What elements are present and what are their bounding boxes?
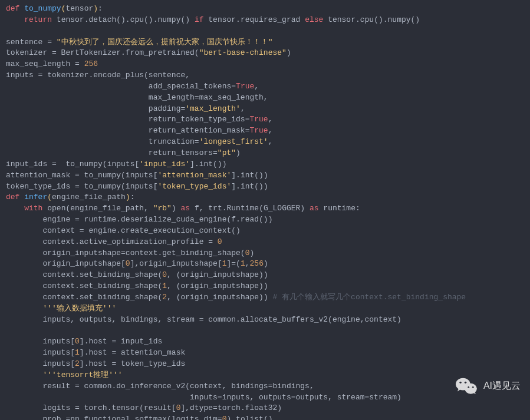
code-text: ].int()) [231, 182, 268, 191]
code-text: inputs = tokenizer.encode_plus(sentence, [6, 71, 190, 80]
code-text: input_ids = to_numpy(inputs[ [6, 160, 139, 168]
string-literal: 'longest_first' [199, 137, 268, 146]
function-name: infer [24, 193, 47, 201]
keyword-return: return [24, 15, 52, 24]
code-text: return_attention_mask= [6, 126, 249, 135]
number-literal: 1 [222, 259, 227, 268]
code-text: token_type_ids = to_numpy(inputs[ [6, 182, 157, 191]
keyword-with: with [24, 204, 42, 213]
boolean-literal: True [236, 82, 254, 91]
code-text: max_length=max_seq_length, [6, 93, 268, 102]
string-literal: "pt" [218, 148, 236, 157]
parameter: engine_file_path [52, 193, 126, 201]
code-text: ].host = attention_mask [80, 348, 185, 357]
docstring: '''tensorrt推理''' [42, 371, 122, 379]
code-text: padding= [6, 104, 185, 113]
code-text: origin_inputshape[ [6, 259, 126, 268]
svg-point-4 [468, 386, 469, 388]
code-text: ) [236, 148, 241, 157]
watermark: AI遇见云 [455, 376, 521, 395]
code-text: context.set_binding_shape( [6, 293, 162, 302]
boolean-literal: True [249, 126, 268, 135]
code-text: f, trt.Runtime(G_LOGGER) [190, 204, 310, 213]
paren-close: ) [93, 4, 98, 13]
code-text: origin_inputshape=context.get_binding_sh… [6, 249, 245, 257]
code-text: max_seq_length = [6, 59, 84, 68]
colon: : [98, 4, 103, 13]
code-editor[interactable]: def to_numpy(tensor): return tensor.deta… [6, 4, 524, 420]
code-text: ]=( [227, 259, 241, 268]
code-text: tensor.detach().cpu().numpy() [52, 15, 195, 24]
number-literal: 0 [75, 337, 80, 346]
code-text: attention_mask = to_numpy(inputs[ [6, 171, 157, 180]
keyword-def: def [6, 4, 19, 13]
code-text: ) [264, 259, 268, 268]
parameter: tensor [65, 4, 93, 13]
code-text: ].host = token_type_ids [80, 359, 185, 368]
code-line: result = common.do_inference_v2(context,… [6, 382, 314, 391]
code-text: context.active_optimization_profile = [6, 237, 218, 246]
code-text: inputs[ [6, 337, 75, 346]
code-line: inputs=inputs, outputs=outputs, stream=s… [6, 393, 401, 402]
code-text: context.set_binding_shape( [6, 282, 162, 290]
code-text: truncation= [6, 137, 199, 146]
keyword-as: as [310, 204, 319, 213]
comment: # 有几个输入就写几个context.set_binding_shape [273, 293, 466, 302]
code-text: add_special_tokens= [6, 82, 236, 91]
code-text: ).tolist() [226, 415, 272, 420]
code-text: inputs[ [6, 359, 75, 368]
code-text: ].host = input_ids [80, 337, 162, 346]
paren-open: ( [47, 193, 52, 201]
code-text: , (origin_inputshape)) [167, 282, 268, 290]
code-line: context = engine.create_execution_contex… [6, 226, 241, 235]
string-literal: 'input_ids' [139, 160, 190, 168]
code-text: return_tensors= [6, 148, 218, 157]
code-text: tensor.cpu().numpy() [323, 15, 420, 24]
code-text: inputs[ [6, 348, 75, 357]
paren-close: ) [126, 193, 130, 201]
code-line: engine = runtime.deserialize_cuda_engine… [6, 215, 272, 224]
code-text: open(engine_file_path, [42, 204, 153, 213]
number-literal: 1 [241, 259, 245, 268]
code-text: ],origin_inputshape[ [130, 259, 222, 268]
docstring: '''输入数据填充''' [42, 304, 116, 313]
code-text: , [268, 137, 273, 146]
keyword-if: if [195, 15, 204, 24]
code-text: ) [172, 204, 181, 213]
code-text: , [245, 259, 250, 268]
keyword-else: else [305, 15, 323, 24]
wechat-icon [455, 376, 478, 395]
number-literal: 256 [84, 59, 98, 68]
code-text: sentence = [6, 38, 57, 47]
number-literal: 2 [75, 359, 80, 368]
number-literal: 0 [218, 237, 222, 246]
svg-point-5 [472, 386, 474, 388]
number-literal: 0 [162, 270, 167, 279]
string-literal: "rb" [153, 204, 172, 213]
watermark-text: AI遇见云 [483, 379, 521, 392]
string-literal: 'token_type_ids' [157, 182, 231, 191]
number-literal: 0 [126, 259, 130, 268]
number-literal: 2 [162, 293, 167, 302]
colon: : [130, 193, 135, 201]
svg-point-3 [465, 383, 477, 394]
code-text: ],dtype=torch.float32) [180, 404, 282, 412]
code-text: tensor.requires_grad [203, 15, 305, 24]
code-text: , [241, 104, 245, 113]
string-literal: "中秋快到了，国庆还会远么，提前祝大家，国庆节快乐！！！" [57, 38, 273, 47]
code-line: inputs, outputs, bindings, stream = comm… [6, 315, 401, 324]
code-text: tokenizer = BertTokenizer.from_pretraine… [6, 48, 199, 57]
code-text: context.set_binding_shape( [6, 270, 162, 279]
string-literal: 'max_length' [185, 104, 241, 113]
number-literal: 1 [162, 282, 167, 290]
code-text: runtime: [319, 204, 360, 213]
code-text: , [268, 115, 273, 124]
code-text: ) [249, 249, 254, 257]
boolean-literal: True [249, 115, 268, 124]
code-text: , [268, 126, 273, 135]
code-text: , [254, 82, 259, 91]
code-text: ].int()) [231, 171, 268, 180]
keyword-as: as [181, 204, 190, 213]
number-literal: 256 [250, 259, 264, 268]
code-text: prob =nn.functional.softmax(logits,dim= [6, 415, 222, 420]
